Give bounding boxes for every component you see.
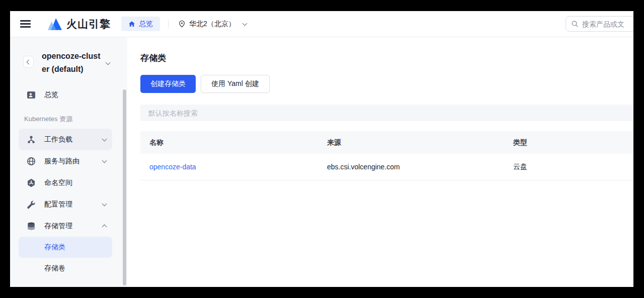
- overview-badge-label: 总览: [139, 20, 153, 29]
- sidebar-item-storage[interactable]: 存储管理: [19, 215, 112, 237]
- sidebar: opencoze-cluster (default) 总览 Kubernetes…: [10, 37, 127, 287]
- workload-nodes-icon: [26, 135, 36, 145]
- sidebar-collapse-button[interactable]: [23, 56, 34, 68]
- home-icon: [128, 21, 135, 28]
- chevron-up-icon: [102, 224, 107, 229]
- logo-text: 火山引擎: [66, 17, 111, 31]
- sidebar-item-label: 命名空间: [44, 178, 106, 187]
- topbar-divider: [168, 20, 169, 29]
- chevron-down-icon: [102, 158, 107, 163]
- create-with-yaml-button[interactable]: 使用 Yaml 创建: [201, 75, 270, 93]
- sidebar-item-overview[interactable]: 总览: [19, 84, 112, 106]
- column-header-source: 来源: [327, 138, 513, 147]
- chevron-down-icon: [102, 136, 107, 141]
- column-header-name: 名称: [140, 138, 327, 147]
- sidebar-scrollbar[interactable]: [123, 89, 126, 285]
- database-icon: [26, 221, 36, 231]
- region-chevron-down-icon: [242, 21, 247, 26]
- column-header-type: 类型: [513, 138, 633, 147]
- hamburger-menu-icon[interactable]: [20, 20, 31, 28]
- namespace-hexagon-icon: [26, 178, 36, 188]
- overview-badge[interactable]: 总览: [121, 17, 160, 31]
- region-label: 华北2（北京）: [189, 20, 235, 29]
- storage-class-table: 名称 来源 类型 opencoze-data ebs.csi.volcengin…: [140, 131, 633, 180]
- sidebar-section-label: Kubernetes 资源: [24, 115, 127, 124]
- page-title: 存储类: [140, 52, 633, 64]
- globe-icon: [26, 156, 36, 166]
- location-pin-icon: [178, 20, 186, 28]
- cluster-switcher[interactable]: opencoze-cluster (default): [10, 37, 127, 84]
- volcengine-mountain-icon: [47, 18, 62, 31]
- sidebar-item-workloads[interactable]: 工作负载: [19, 129, 112, 150]
- sidebar-item-label: 总览: [44, 90, 106, 100]
- volcengine-logo[interactable]: 火山引擎: [47, 17, 111, 31]
- main-content: 存储类 创建存储类 使用 Yaml 创建 名称 来源 类型 opencoze-d…: [127, 37, 633, 287]
- id-card-icon: [26, 90, 36, 100]
- sidebar-subitem-label: 存储卷: [44, 264, 65, 273]
- sidebar-item-config[interactable]: 配置管理: [19, 193, 112, 215]
- storage-class-type: 云盘: [513, 162, 633, 171]
- global-search[interactable]: [566, 16, 633, 32]
- table-row: opencoze-data ebs.csi.volcengine.com 云盘: [140, 154, 633, 180]
- storage-class-name-link[interactable]: opencoze-data: [149, 163, 196, 171]
- sidebar-item-label: 工作负载: [44, 135, 103, 144]
- cluster-name: opencoze-cluster (default): [42, 50, 103, 76]
- chevron-down-icon: [102, 201, 107, 206]
- sidebar-item-services-routes[interactable]: 服务与路由: [19, 150, 112, 172]
- global-search-input[interactable]: [582, 20, 633, 28]
- sidebar-subitem-storage-volumes[interactable]: 存储卷: [19, 258, 112, 279]
- storage-class-source: ebs.csi.volcengine.com: [327, 163, 513, 171]
- search-icon: [571, 20, 579, 28]
- table-filter-input[interactable]: [140, 105, 633, 121]
- sidebar-item-label: 存储管理: [44, 222, 103, 231]
- sidebar-item-label: 服务与路由: [44, 157, 103, 166]
- chevron-left-icon: [27, 59, 32, 64]
- sidebar-subitem-label: 存储类: [44, 243, 65, 252]
- table-header-row: 名称 来源 类型: [140, 131, 633, 154]
- sidebar-subitem-storage-classes[interactable]: 存储类: [19, 237, 112, 258]
- region-selector[interactable]: 华北2（北京）: [178, 20, 247, 29]
- action-bar: 创建存储类 使用 Yaml 创建: [140, 75, 633, 93]
- cluster-chevron-down-icon: [106, 60, 111, 65]
- create-storage-class-button[interactable]: 创建存储类: [140, 75, 196, 93]
- sidebar-item-namespaces[interactable]: 命名空间: [19, 172, 112, 193]
- browser-window: 火山引擎 总览 华北2（北京）: [10, 11, 633, 287]
- topbar: 火山引擎 总览 华北2（北京）: [10, 11, 633, 37]
- sidebar-item-label: 配置管理: [44, 200, 103, 209]
- wrench-icon: [26, 200, 36, 210]
